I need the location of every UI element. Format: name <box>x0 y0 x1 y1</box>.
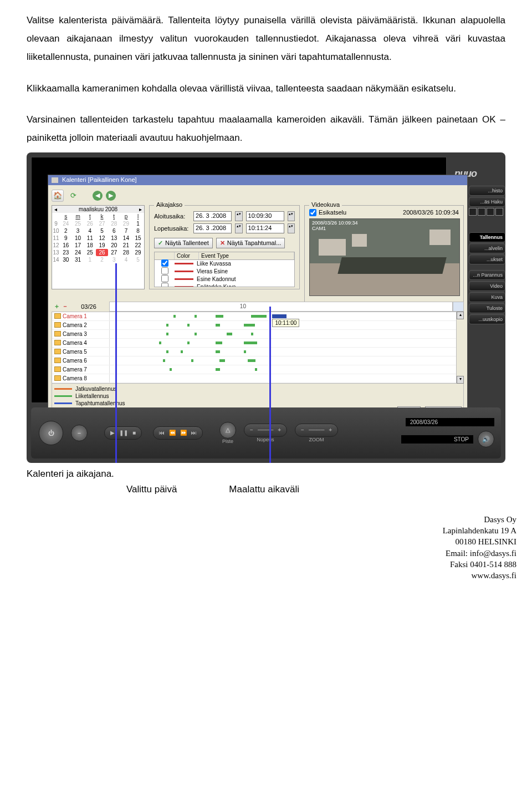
scrollbar[interactable]: ▴▾ <box>456 312 464 384</box>
camera-row[interactable]: Camera 8 <box>52 374 110 383</box>
playback-pill[interactable]: ▶ ❚❚ ■ <box>104 426 142 440</box>
minus-button[interactable]: − <box>71 425 88 441</box>
spinner-icon[interactable]: ▴▾ <box>288 223 295 233</box>
side-btn-video[interactable]: Video <box>469 281 505 291</box>
start-time-input[interactable]: 10:09:30 <box>246 211 284 221</box>
show-recordings-button[interactable]: ✓Näytä Tallenteet <box>154 238 213 248</box>
cal-day[interactable]: 29 <box>132 249 144 256</box>
prev-icon[interactable]: ◀ <box>93 191 103 201</box>
cal-day[interactable]: 13 <box>108 235 120 242</box>
skip-last-icon[interactable]: ⏭ <box>191 430 197 436</box>
event-checkbox[interactable] <box>161 267 168 274</box>
layout-icon[interactable] <box>469 208 477 216</box>
cal-day[interactable]: 17 <box>72 242 84 249</box>
camera-row[interactable]: Camera 6 <box>52 356 110 365</box>
calendar[interactable]: ◂ maaliskuu 2008 ▸ s m t k t p l 9 <box>52 205 145 289</box>
camera-row[interactable]: Camera 7 <box>52 365 110 374</box>
side-btn-backup[interactable]: ...uuskopio <box>469 314 505 324</box>
layout-icon[interactable] <box>495 208 503 216</box>
cal-day[interactable]: 22 <box>132 242 144 249</box>
end-date-input[interactable]: 26. 3 .2008 <box>193 223 232 233</box>
layout-icon[interactable] <box>478 208 485 216</box>
speed-pill[interactable]: −────+ <box>244 424 287 437</box>
zoom-pill[interactable]: −────+ <box>295 424 338 437</box>
preview-checkbox[interactable] <box>309 209 316 216</box>
stop-icon[interactable]: ■ <box>132 430 136 436</box>
side-btn-record[interactable]: Tallennus <box>469 232 505 242</box>
spinner-icon[interactable]: ▴▾ <box>235 211 242 221</box>
cal-day[interactable]: 18 <box>84 242 96 249</box>
side-btn-enhance[interactable]: ...n Parannus <box>469 270 505 280</box>
start-date-input[interactable]: 26. 3 .2008 <box>193 211 232 221</box>
step-fwd-icon[interactable]: ⏩ <box>180 430 187 436</box>
camera-row[interactable]: Camera 2 <box>52 321 110 329</box>
timeline[interactable]: ＋ － 03/26 10 Camera 1 Camera 2 <box>52 302 464 391</box>
volume-button[interactable]: 🔊 <box>478 431 494 447</box>
cal-day[interactable]: 11 <box>84 235 96 242</box>
cal-day[interactable]: 3 <box>108 256 120 263</box>
spinner-icon[interactable]: ▴▾ <box>288 211 295 221</box>
zoom-out-icon[interactable]: － <box>62 302 68 310</box>
cal-day-selected[interactable]: 26 <box>96 249 108 256</box>
timeline-end-icon[interactable] <box>453 302 464 312</box>
cal-day[interactable]: 1 <box>84 256 96 263</box>
piste-button[interactable]: △ <box>219 422 236 439</box>
cal-next-icon[interactable]: ▸ <box>139 206 142 212</box>
pause-icon[interactable]: ❚❚ <box>119 430 128 436</box>
camera-row[interactable]: Camera 4 <box>52 339 110 347</box>
cal-day[interactable]: 20 <box>108 242 120 249</box>
cal-day[interactable]: 16 <box>60 242 72 249</box>
end-time-input[interactable]: 10:11:24 <box>246 223 284 233</box>
cal-day[interactable]: 28 <box>120 249 132 256</box>
layout-icon[interactable] <box>487 208 494 216</box>
cal-day[interactable]: 29 <box>120 220 132 227</box>
side-btn-server[interactable]: ...alvelin <box>469 243 505 253</box>
dialog-titlebar[interactable]: Kalenteri [Paikallinen Kone] <box>48 175 467 185</box>
cal-day[interactable]: 4 <box>120 256 132 263</box>
side-btn-print[interactable]: Tuloste <box>469 303 505 313</box>
event-checkbox[interactable] <box>161 283 168 287</box>
play-icon[interactable]: ▶ <box>110 430 115 436</box>
cal-day[interactable]: 10 <box>72 235 84 242</box>
cal-day[interactable]: 2 <box>96 256 108 263</box>
camera-row[interactable]: Camera 1 <box>52 312 110 320</box>
cal-day[interactable]: 27 <box>108 249 120 256</box>
side-btn-image[interactable]: Kuva <box>469 292 505 302</box>
refresh-icon[interactable]: ⟳ <box>67 190 79 202</box>
cal-day[interactable]: 30 <box>60 256 72 263</box>
cal-day[interactable]: 21 <box>120 242 132 249</box>
side-btn-history[interactable]: ...histo <box>469 186 505 196</box>
cal-day[interactable]: 4 <box>84 227 96 235</box>
step-pill[interactable]: ⏮ ⏪ ⏩ ⏭ <box>153 426 203 440</box>
event-checkbox[interactable] <box>161 275 168 282</box>
cal-day[interactable]: 25 <box>84 249 96 256</box>
camera-row[interactable]: Camera 3 <box>52 330 110 338</box>
cal-day[interactable]: 6 <box>108 227 120 235</box>
cal-day[interactable]: 14 <box>120 235 132 242</box>
cal-day[interactable]: 23 <box>60 249 72 256</box>
cal-day[interactable]: 8 <box>132 227 144 235</box>
cal-day[interactable]: 12 <box>96 235 108 242</box>
cal-day[interactable]: 19 <box>96 242 108 249</box>
cal-day[interactable]: 31 <box>72 256 84 263</box>
cal-day[interactable]: 1 <box>132 220 144 227</box>
cal-day[interactable]: 5 <box>132 256 144 263</box>
cal-day[interactable]: 3 <box>72 227 84 235</box>
cal-day[interactable]: 15 <box>132 235 144 242</box>
next-icon[interactable]: ▶ <box>106 191 116 201</box>
power-button[interactable]: ⏻ <box>39 421 63 445</box>
cal-day[interactable]: 5 <box>96 227 108 235</box>
skip-first-icon[interactable]: ⏮ <box>159 430 165 436</box>
camera-row[interactable]: Camera 5 <box>52 348 110 356</box>
spinner-icon[interactable]: ▴▾ <box>235 223 242 233</box>
zoom-in-icon[interactable]: ＋ <box>54 302 60 310</box>
cal-day[interactable]: 24 <box>60 220 72 227</box>
cal-day[interactable]: 25 <box>72 220 84 227</box>
cal-day[interactable]: 9 <box>60 235 72 242</box>
home-icon[interactable]: 🏠 <box>52 190 64 202</box>
event-checkbox[interactable] <box>161 259 168 267</box>
side-btn-settings[interactable]: ...ukset <box>469 254 505 264</box>
cal-prev-icon[interactable]: ◂ <box>54 206 57 212</box>
cal-day[interactable]: 7 <box>120 227 132 235</box>
side-btn-smart-search[interactable]: ...äs Haku <box>469 197 505 207</box>
